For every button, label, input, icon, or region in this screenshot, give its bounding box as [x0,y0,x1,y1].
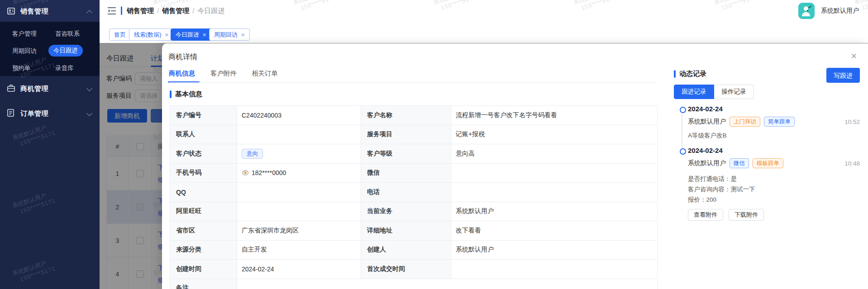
sidebar-item-appointment[interactable]: 预约单 [12,64,31,72]
activity-header: 动态记录 [674,70,706,78]
followup-mode-tag: 简单跟单 [764,117,795,127]
avatar [798,3,815,19]
section-accent-bar [674,70,676,78]
detail-row: 联系人 服务项目记账+报税 [170,125,658,144]
breadcrumb-part2: 销售管理 [162,7,189,14]
timeline-dot [680,148,686,155]
activity-tabs: 跟进记录 操作记录 [674,85,754,99]
sidebar: 销售管理 客户管理 首咨联系 周期回访 今日跟进 预约单 录音库 商机管理 订单… [0,0,100,289]
drawer-tab-orders[interactable]: 相关订单 [252,69,278,78]
tab-pill-today-followup[interactable]: 今日跟进✕ [171,28,211,41]
tab-pill-leads[interactable]: 线索(数据)✕ [129,28,174,41]
detail-row: 手机号码 182****0000 微信 [170,163,658,183]
username: 系统默认用户 [821,7,859,15]
close-icon[interactable]: ✕ [241,32,245,38]
entry-time: 10:48 [844,160,860,167]
timeline-connector [682,114,682,148]
download-attachment-button[interactable]: 下载附件 [729,209,764,221]
user-menu[interactable]: 系统默认用户 [798,3,859,19]
sidebar-group-sales-label: 销售管理 [20,7,48,16]
write-followup-button[interactable]: 写跟进 [826,68,860,83]
close-icon[interactable]: ✕ [165,32,169,38]
detail-row: 创建时间2024-02-24 首次成交时间 [170,260,658,279]
view-attachment-button[interactable]: 查看附件 [688,209,723,221]
sidebar-fold-icon[interactable] [107,7,116,17]
close-icon[interactable]: ✕ [202,32,206,38]
chevron-up-icon [86,10,92,16]
followup-type-tag: 微信 [730,158,749,168]
drawer-tab-info[interactable]: 商机信息 [169,69,195,78]
detail-row: 客户状态 意向 客户等级意向高 [170,144,658,164]
open-tabs-bar: 首页 线索(数据)✕ 今日跟进✕ 周期回访✕ [100,22,868,43]
entry-date: 2024-02-24 [688,147,723,154]
contact-card-icon [7,8,15,16]
status-badge: 意向 [242,149,263,159]
opportunity-detail-drawer: 商机详情 ✕ 商机信息 客户附件 相关订单 基本信息 客户编号C24022400… [162,43,868,289]
attachment-actions: 查看附件 下载附件 [688,209,764,221]
sidebar-item-first-contact[interactable]: 首咨联系 [55,30,80,38]
chevron-down-icon [86,85,92,91]
breadcrumb-part1: 销售管理 [127,7,154,14]
entry-user: 系统默认用户 [688,159,726,167]
entry-content: A等级客户改B [688,130,727,141]
chevron-down-icon [86,110,92,116]
breadcrumb-part3: 今日跟进 [197,7,224,14]
tab-pill-home[interactable]: 首页 [109,28,131,41]
sidebar-group-opportunity-label: 商机管理 [20,85,48,93]
entry-user-line: 系统默认用户 微信 模板跟单 [688,158,783,168]
top-header: 销售管理/销售管理/今日跟进 系统默认用户 [100,0,868,22]
sidebar-group-sales[interactable]: 销售管理 [0,0,100,22]
tab-followup-records[interactable]: 跟进记录 [674,85,714,99]
detail-row: 备注 [170,279,658,289]
detail-row: 来源分类自主开发 创建人系统默认用户 [170,240,658,260]
breadcrumb-accent-bar [121,6,122,15]
breadcrumb: 销售管理/销售管理/今日跟进 [127,7,224,15]
basic-info-table: 客户编号C2402240003 客户名称流程新增一号客户改下名字号码看看 联系人… [170,105,658,289]
drawer-tab-attachments[interactable]: 客户附件 [210,69,237,78]
tab-pill-cycle-visit[interactable]: 周期回访✕ [209,28,250,41]
app-window: 销售管理 客户管理 首咨联系 周期回访 今日跟进 预约单 录音库 商机管理 订单… [0,0,868,289]
detail-row: QQ 电话 [170,183,658,202]
drawer-title: 商机详情 [168,52,197,62]
tab-operation-records[interactable]: 操作记录 [714,85,754,99]
sidebar-item-today-followup[interactable]: 今日跟进 [48,45,83,57]
detail-row: 省市区广东省深圳市龙岗区 详细地址改下看看 [170,221,658,241]
detail-row: 客户编号C2402240003 客户名称流程新增一号客户改下名字号码看看 [170,106,658,125]
section-accent-bar [170,90,172,98]
followup-type-tag: 上门拜访 [730,117,760,127]
entry-user-line: 系统默认用户 上门拜访 简单跟单 [688,117,795,127]
drawer-tab-divider [169,82,657,83]
entry-date: 2024-02-24 [688,105,723,113]
timeline-dot [680,107,686,113]
entry-time: 10:52 [844,118,860,125]
detail-row: 阿里旺旺 当前业务系统默认用户 [170,202,658,221]
phone-number: 182****0000 [252,169,286,176]
close-icon[interactable]: ✕ [851,52,857,61]
document-icon [7,109,14,118]
sidebar-item-recordings[interactable]: 录音库 [55,64,74,72]
briefcase-icon [7,85,15,94]
sidebar-item-customer-mgmt[interactable]: 客户管理 [12,30,37,38]
sidebar-item-cycle-visit[interactable]: 周期回访 [12,47,37,55]
eye-icon[interactable] [242,170,249,175]
basic-info-header: 基本信息 [170,90,202,99]
entry-user: 系统默认用户 [688,118,726,126]
entry-content: 是否打通电话：是 客户咨询内容：测试一下 报价：200 [688,174,755,205]
sidebar-group-orders-label: 订单管理 [20,109,48,118]
followup-mode-tag: 模板跟单 [753,158,783,168]
